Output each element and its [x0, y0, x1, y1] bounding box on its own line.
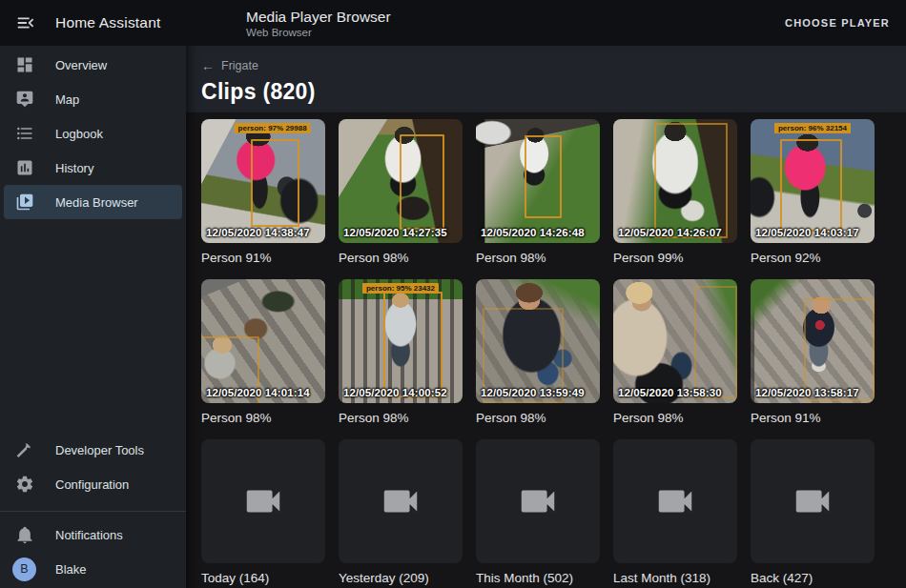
folder-label: Last Month (318) — [613, 570, 737, 586]
clip-thumbnail: 12/05/2020 14:26:07 — [613, 119, 737, 243]
clip-timestamp: 12/05/2020 14:38:47 — [206, 227, 310, 238]
sidebar-item-developer-tools[interactable]: Developer Tools — [4, 433, 182, 467]
folder-thumbnail — [751, 439, 875, 563]
folder-item-yesterday-209[interactable]: Yesterday (209) — [339, 439, 463, 586]
video-icon — [379, 479, 422, 523]
home-assistant-app: Home Assistant Media Player Browser Web … — [0, 0, 906, 588]
folder-thumbnail — [339, 439, 463, 563]
clip-item[interactable]: 12/05/2020 13:58:17 Person 91% — [751, 279, 875, 426]
video-icon — [241, 479, 285, 523]
clip-item[interactable]: 12/05/2020 13:58:30 Person 98% — [613, 279, 737, 426]
top-bar-sidebar-section: Home Assistant — [0, 0, 186, 46]
clip-caption: Person 98% — [201, 410, 325, 426]
app-body: OverviewMapLogbookHistoryMedia Browser D… — [0, 46, 906, 588]
breadcrumb-label: Frigate — [221, 59, 258, 72]
folder-item-last-month-318[interactable]: Last Month (318) — [613, 439, 737, 586]
sidebar-item-label: Configuration — [55, 477, 129, 492]
sidebar-divider — [0, 511, 186, 512]
sidebar-item-media-browser[interactable]: Media Browser — [4, 185, 182, 219]
clip-caption: Person 99% — [613, 250, 737, 266]
clip-timestamp: 12/05/2020 14:26:48 — [481, 227, 585, 238]
clip-item[interactable]: 12/05/2020 14:01:14 Person 98% — [201, 279, 325, 426]
content-header: ← Frigate Clips (820) — [186, 46, 906, 112]
detection-bbox — [525, 135, 562, 218]
sidebar: OverviewMapLogbookHistoryMedia Browser D… — [0, 46, 186, 588]
folder-label: This Month (502) — [476, 570, 600, 586]
top-bar-main-section: Media Player Browser Web Browser CHOOSE … — [186, 0, 906, 46]
clip-timestamp: 12/05/2020 14:26:07 — [618, 227, 722, 238]
folder-thumbnail — [613, 439, 737, 563]
sidebar-item-history[interactable]: History — [4, 151, 182, 185]
clip-caption: Person 98% — [613, 410, 737, 426]
clip-item[interactable]: person: 97% 29988 12/05/2020 14:38:47 Pe… — [201, 119, 325, 266]
sidebar-item-label: Overview — [55, 58, 107, 72]
clip-caption: Person 98% — [339, 410, 463, 426]
sidebar-main-items: OverviewMapLogbookHistoryMedia Browser — [0, 48, 186, 219]
clip-thumbnail: 12/05/2020 14:26:48 — [476, 119, 600, 243]
clip-thumbnail: 12/05/2020 13:58:30 — [613, 279, 737, 403]
media-grid: person: 97% 29988 12/05/2020 14:38:47 Pe… — [201, 119, 891, 586]
sidebar-tool-items: Developer ToolsConfiguration — [0, 433, 186, 501]
sidebar-item-label: Media Browser — [55, 195, 138, 210]
history-chart-icon — [15, 158, 34, 177]
media-browser-content: ← Frigate Clips (820) person: 97% 29988 … — [186, 46, 906, 588]
folder-item-this-month-502[interactable]: This Month (502) — [476, 439, 600, 586]
clip-timestamp: 12/05/2020 14:27:35 — [343, 227, 447, 238]
clip-item[interactable]: 12/05/2020 14:26:48 Person 98% — [476, 119, 600, 266]
folder-item-today-164[interactable]: Today (164) — [201, 439, 325, 586]
sidebar-item-label: Developer Tools — [55, 443, 144, 457]
page-title: Media Player Browser — [246, 8, 391, 26]
clip-thumbnail: 12/05/2020 14:27:35 — [339, 119, 463, 243]
logbook-list-icon — [15, 124, 34, 143]
sidebar-item-notifications[interactable]: Notifications — [4, 517, 182, 552]
detection-bbox — [694, 286, 738, 398]
map-account-icon — [15, 90, 34, 109]
detection-bbox — [780, 139, 842, 233]
detection-bbox — [400, 134, 444, 230]
content-title: Clips (820) — [201, 79, 891, 105]
clip-timestamp: 12/05/2020 14:00:52 — [343, 387, 447, 398]
detection-bbox — [804, 298, 875, 401]
clip-timestamp: 12/05/2020 13:58:30 — [618, 387, 722, 398]
video-icon — [791, 479, 834, 523]
folder-label: Back (427) — [751, 570, 875, 586]
clip-thumbnail: person: 96% 32154 12/05/2020 14:03:17 — [751, 119, 875, 243]
clip-timestamp: 12/05/2020 14:03:17 — [755, 227, 859, 238]
clip-thumbnail: 12/05/2020 13:58:17 — [751, 279, 875, 403]
sidebar-item-user[interactable]: B Blake — [4, 552, 182, 586]
sidebar-toggle-button[interactable] — [15, 12, 36, 33]
choose-player-button[interactable]: CHOOSE PLAYER — [783, 10, 892, 36]
folder-thumbnail — [201, 439, 325, 563]
sidebar-item-configuration[interactable]: Configuration — [4, 467, 182, 501]
sidebar-item-logbook[interactable]: Logbook — [4, 116, 182, 151]
clip-item[interactable]: 12/05/2020 14:27:35 Person 98% — [339, 119, 463, 266]
folder-item-back-427[interactable]: Back (427) — [751, 439, 875, 586]
video-icon — [516, 479, 560, 523]
clip-thumbnail: 12/05/2020 14:01:14 — [201, 279, 325, 403]
detection-label: person: 95% 23432 — [362, 283, 439, 294]
sidebar-item-label: Logbook — [55, 127, 103, 141]
clip-caption: Person 92% — [751, 250, 875, 266]
user-name-label: Blake — [55, 562, 87, 577]
detection-bbox — [654, 123, 728, 238]
detection-label: person: 96% 32154 — [774, 123, 851, 133]
hammer-icon — [15, 440, 34, 459]
clip-thumbnail: person: 95% 23432 12/05/2020 14:00:52 — [339, 279, 463, 403]
sidebar-item-overview[interactable]: Overview — [4, 48, 182, 82]
media-browser-icon — [15, 193, 34, 212]
clip-item[interactable]: person: 96% 32154 12/05/2020 14:03:17 Pe… — [751, 119, 875, 266]
clip-timestamp: 12/05/2020 13:58:17 — [755, 387, 859, 398]
video-icon — [653, 479, 697, 523]
clip-thumbnail: person: 97% 29988 12/05/2020 14:38:47 — [201, 119, 325, 243]
avatar: B — [12, 558, 36, 581]
bell-icon — [15, 525, 34, 544]
clip-item[interactable]: person: 95% 23432 12/05/2020 14:00:52 Pe… — [339, 279, 463, 426]
clip-item[interactable]: 12/05/2020 14:26:07 Person 99% — [613, 119, 737, 266]
sidebar-item-map[interactable]: Map — [4, 82, 182, 116]
breadcrumb-back[interactable]: ← Frigate — [201, 59, 258, 72]
sidebar-item-label: Notifications — [55, 528, 123, 542]
clip-item[interactable]: 12/05/2020 13:59:49 Person 98% — [476, 279, 600, 426]
clip-caption: Person 98% — [476, 410, 600, 426]
clip-caption: Person 98% — [339, 250, 463, 266]
detection-bbox — [251, 139, 299, 227]
